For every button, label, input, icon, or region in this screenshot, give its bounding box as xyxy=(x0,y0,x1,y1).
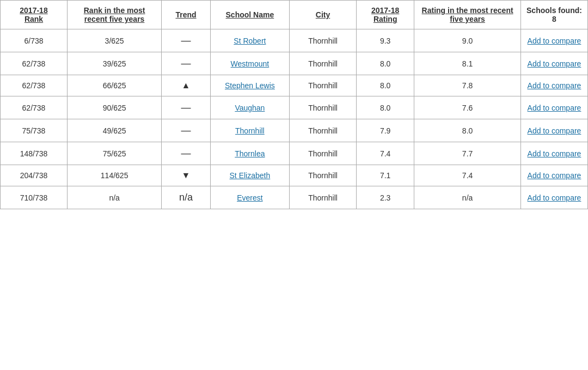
header-trend[interactable]: Trend xyxy=(162,1,210,29)
cell-rank-recent: 90/625 xyxy=(67,96,161,119)
schools-table: 2017-18Rank Rank in the most recent five… xyxy=(0,0,588,209)
cell-rank-2017: 148/738 xyxy=(1,142,68,165)
cell-trend: — xyxy=(162,96,210,119)
cell-add-compare[interactable]: Add to compare xyxy=(520,75,587,96)
cell-rating-recent: 7.6 xyxy=(414,96,521,119)
trend-flat-icon: — xyxy=(181,125,191,136)
cell-rank-2017: 62/738 xyxy=(1,75,68,96)
schools-table-wrapper: 2017-18Rank Rank in the most recent five… xyxy=(0,0,588,209)
cell-rank-recent: 114/625 xyxy=(67,165,161,186)
cell-rating-recent: 9.0 xyxy=(414,29,521,52)
add-to-compare-link[interactable]: Add to compare xyxy=(528,171,581,180)
cell-add-compare[interactable]: Add to compare xyxy=(520,29,587,52)
cell-rank-2017: 204/738 xyxy=(1,165,68,186)
cell-rank-2017: 62/738 xyxy=(1,52,68,75)
cell-rank-2017: 75/738 xyxy=(1,119,68,142)
trend-down-icon: ▼ xyxy=(182,171,191,180)
cell-rating-2017: 2.3 xyxy=(357,186,414,209)
cell-rank-2017: 6/738 xyxy=(1,29,68,52)
cell-school-name[interactable]: Westmount xyxy=(210,52,289,75)
header-rating-2017[interactable]: 2017-18Rating xyxy=(357,1,414,29)
cell-school-name[interactable]: Stephen Lewis xyxy=(210,75,289,96)
cell-add-compare[interactable]: Add to compare xyxy=(520,52,587,75)
table-row: 6/7383/625—St RobertThornhill9.39.0Add t… xyxy=(1,29,588,52)
add-to-compare-link[interactable]: Add to compare xyxy=(528,104,581,112)
school-name-link[interactable]: Vaughan xyxy=(235,104,265,112)
trend-flat-icon: — xyxy=(181,148,191,159)
cell-rank-recent: 49/625 xyxy=(67,119,161,142)
cell-school-name[interactable]: St Robert xyxy=(210,29,289,52)
table-row: 75/73849/625—ThornhillThornhill7.98.0Add… xyxy=(1,119,588,142)
cell-add-compare[interactable]: Add to compare xyxy=(520,142,587,165)
cell-rating-2017: 7.4 xyxy=(357,142,414,165)
table-row: 62/73839/625—WestmountThornhill8.08.1Add… xyxy=(1,52,588,75)
cell-rating-2017: 7.1 xyxy=(357,165,414,186)
cell-rating-2017: 9.3 xyxy=(357,29,414,52)
table-row: 62/73890/625—VaughanThornhill8.07.6Add t… xyxy=(1,96,588,119)
cell-rating-recent: 8.0 xyxy=(414,119,521,142)
cell-rating-2017: 8.0 xyxy=(357,52,414,75)
cell-trend: — xyxy=(162,142,210,165)
table-row: 710/738n/an/aEverestThornhill2.3n/aAdd t… xyxy=(1,186,588,209)
school-name-link[interactable]: St Robert xyxy=(234,37,266,45)
cell-rank-recent: 39/625 xyxy=(67,52,161,75)
cell-school-name[interactable]: St Elizabeth xyxy=(210,165,289,186)
cell-add-compare[interactable]: Add to compare xyxy=(520,96,587,119)
cell-trend: ▼ xyxy=(162,165,210,186)
header-school-name[interactable]: School Name xyxy=(210,1,289,29)
cell-rating-recent: n/a xyxy=(414,186,521,209)
cell-city: Thornhill xyxy=(290,52,357,75)
cell-rating-2017: 7.9 xyxy=(357,119,414,142)
trend-flat-icon: n/a xyxy=(179,192,193,203)
cell-add-compare[interactable]: Add to compare xyxy=(520,165,587,186)
add-to-compare-link[interactable]: Add to compare xyxy=(528,37,581,45)
cell-school-name[interactable]: Vaughan xyxy=(210,96,289,119)
header-rank-recent[interactable]: Rank in the most recent five years xyxy=(67,1,161,29)
school-name-link[interactable]: Thornhill xyxy=(235,126,265,135)
header-rank-2017[interactable]: 2017-18Rank xyxy=(1,1,68,29)
cell-rating-recent: 7.8 xyxy=(414,75,521,96)
add-to-compare-link[interactable]: Add to compare xyxy=(528,126,581,135)
cell-school-name[interactable]: Everest xyxy=(210,186,289,209)
header-city[interactable]: City xyxy=(290,1,357,29)
cell-city: Thornhill xyxy=(290,186,357,209)
cell-add-compare[interactable]: Add to compare xyxy=(520,186,587,209)
table-row: 62/73866/625▲Stephen LewisThornhill8.07.… xyxy=(1,75,588,96)
trend-flat-icon: — xyxy=(181,35,191,46)
cell-rank-2017: 710/738 xyxy=(1,186,68,209)
trend-flat-icon: — xyxy=(181,58,191,69)
trend-flat-icon: — xyxy=(181,102,191,113)
cell-trend: — xyxy=(162,52,210,75)
cell-rating-recent: 7.4 xyxy=(414,165,521,186)
header-rating-recent[interactable]: Rating in the most recent five years xyxy=(414,1,521,29)
add-to-compare-link[interactable]: Add to compare xyxy=(528,59,581,68)
cell-rank-recent: 75/625 xyxy=(67,142,161,165)
cell-rating-recent: 8.1 xyxy=(414,52,521,75)
cell-city: Thornhill xyxy=(290,29,357,52)
school-name-link[interactable]: St Elizabeth xyxy=(230,171,271,180)
table-header-row: 2017-18Rank Rank in the most recent five… xyxy=(1,1,588,29)
school-name-link[interactable]: Thornlea xyxy=(235,149,265,158)
school-name-link[interactable]: Westmount xyxy=(231,59,270,68)
cell-rating-recent: 7.7 xyxy=(414,142,521,165)
cell-city: Thornhill xyxy=(290,165,357,186)
trend-up-icon: ▲ xyxy=(182,81,191,90)
school-name-link[interactable]: Stephen Lewis xyxy=(225,81,275,90)
add-to-compare-link[interactable]: Add to compare xyxy=(528,149,581,158)
cell-trend: — xyxy=(162,119,210,142)
cell-rating-2017: 8.0 xyxy=(357,96,414,119)
cell-school-name[interactable]: Thornlea xyxy=(210,142,289,165)
cell-rank-recent: 66/625 xyxy=(67,75,161,96)
school-name-link[interactable]: Everest xyxy=(237,193,262,202)
header-schools-found: Schools found: 8 xyxy=(520,1,587,29)
cell-city: Thornhill xyxy=(290,96,357,119)
cell-city: Thornhill xyxy=(290,75,357,96)
cell-add-compare[interactable]: Add to compare xyxy=(520,119,587,142)
cell-city: Thornhill xyxy=(290,119,357,142)
cell-trend: — xyxy=(162,29,210,52)
add-to-compare-link[interactable]: Add to compare xyxy=(528,81,581,90)
cell-trend: ▲ xyxy=(162,75,210,96)
add-to-compare-link[interactable]: Add to compare xyxy=(528,193,581,202)
cell-school-name[interactable]: Thornhill xyxy=(210,119,289,142)
table-row: 148/73875/625—ThornleaThornhill7.47.7Add… xyxy=(1,142,588,165)
